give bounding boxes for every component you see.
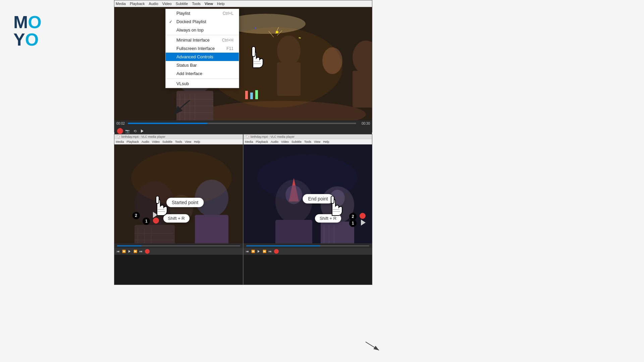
video-area: Playlist Ctrl+L Docked Playlist Always o… [114, 7, 372, 120]
sub-ctrl-back[interactable]: ⏪ [121, 249, 126, 254]
sub-play-icon-r [258, 250, 260, 253]
menu-item-fullscreen-interface[interactable]: Fullscreen Interface F11 [166, 44, 239, 53]
bottom-left-title: 🦙 birthday.mp4 - VLC media player [114, 134, 243, 139]
menu-playback[interactable]: Playback [130, 2, 145, 6]
hand-cursor-svg [242, 43, 264, 70]
sub-menu-subtitle-r[interactable]: Subtitle [291, 140, 302, 143]
menu-help[interactable]: Help [217, 2, 225, 6]
main-menubar: Media Playback Audio Video Subtitle Tool… [114, 0, 372, 7]
sub-menu-video-r[interactable]: Video [281, 140, 289, 143]
bottom-right-menubar: Media Playback Audio Video Subtitle Tool… [244, 139, 372, 144]
sub-ctrl-prev-r[interactable]: ⏮ [245, 249, 250, 254]
sub-menu-video-l[interactable]: Video [152, 140, 160, 143]
menu-item-advanced-controls[interactable]: Advanced Controls [166, 53, 239, 61]
sub-menu-help-l[interactable]: Help [194, 140, 200, 143]
rec-dot-right-2 [360, 213, 366, 219]
sub-menu-playback-r[interactable]: Playback [256, 140, 268, 143]
menu-item-add-interface[interactable]: Add Interface [166, 69, 239, 78]
sub-play-icon [128, 250, 130, 253]
play-frame-button[interactable] [139, 128, 145, 134]
logo-m: M [13, 13, 28, 31]
menu-item-status-bar[interactable]: Status Bar [166, 61, 239, 69]
svg-rect-6 [353, 71, 372, 108]
sub-menu-audio-r[interactable]: Audio [271, 140, 278, 143]
progress-fill [128, 123, 208, 124]
arrow-down-left [163, 99, 197, 119]
started-point-label: Started point [166, 198, 204, 207]
sub-menu-media-r[interactable]: Media [245, 140, 253, 143]
menu-audio[interactable]: Audio [149, 2, 158, 6]
sub-rec-btn[interactable] [145, 249, 150, 254]
bottom-right-track[interactable] [246, 245, 369, 246]
bottom-left-menubar: Media Playback Audio Video Subtitle Tool… [114, 139, 243, 144]
sub-rec-btn-r[interactable] [274, 249, 279, 254]
menu-view[interactable]: View [205, 2, 213, 6]
menu-separator-1 [166, 35, 239, 35]
bottom-left-controls: ⏮ ⏪ ⏩ ⏭ [114, 248, 243, 255]
svg-rect-60 [331, 196, 334, 203]
sub-ctrl-fwd-r[interactable]: ⏩ [262, 249, 267, 254]
menu-item-minimal-interface[interactable]: Minimal Interface Ctrl+H [166, 36, 239, 44]
bottom-left-player: 🦙 birthday.mp4 - VLC media player Media … [114, 134, 243, 285]
bottom-right-title: 🦙 birthday.mp4 - VLC media player [244, 134, 372, 139]
sub-menu-tools-l[interactable]: Tools [175, 140, 182, 143]
bottom-arrow [362, 339, 382, 352]
sub-menu-view-r[interactable]: View [314, 140, 320, 143]
svg-rect-50 [275, 220, 312, 243]
svg-line-64 [366, 342, 379, 350]
sub-menu-media-l[interactable]: Media [116, 140, 124, 143]
sub-ctrl-next[interactable]: ⏭ [139, 249, 143, 254]
play-icon-right [361, 220, 366, 226]
bottom-left-track[interactable] [117, 245, 240, 246]
menu-media[interactable]: Media [116, 2, 126, 6]
hand-cursor-left [150, 196, 169, 219]
progress-track[interactable] [128, 123, 356, 124]
logo-o1: O [28, 13, 41, 31]
bottom-left-scene [114, 144, 243, 243]
logo-o2: O [25, 31, 39, 48]
logo: M O Y O [13, 13, 42, 48]
menu-tools[interactable]: Tools [192, 2, 201, 6]
vlc-icon-right: 🦙 [246, 135, 249, 138]
snapshot-button[interactable]: 📷 [124, 128, 130, 134]
sub-ctrl-back-r[interactable]: ⏪ [251, 249, 255, 254]
sub-ctrl-play[interactable] [127, 249, 132, 254]
sub-menu-audio-l[interactable]: Audio [142, 140, 149, 143]
bottom-left-video: Started point 1 2 Shi [114, 144, 243, 243]
svg-rect-53 [321, 222, 354, 243]
menu-subtitle[interactable]: Subtitle [176, 2, 188, 6]
hand-cursor-left-svg [150, 196, 169, 218]
sub-ctrl-play-r[interactable] [256, 249, 261, 254]
svg-rect-45 [156, 196, 159, 203]
sub-menu-tools-r[interactable]: Tools [304, 140, 311, 143]
menu-item-always-on-top[interactable]: Always on top [166, 26, 239, 34]
vlc-icon-left: 🦙 [116, 135, 120, 138]
sub-ctrl-next-r[interactable]: ⏭ [268, 249, 272, 254]
bottom-section: 🦙 birthday.mp4 - VLC media player Media … [114, 134, 372, 285]
sub-menu-view-l[interactable]: View [185, 140, 191, 143]
menu-item-playlist[interactable]: Playlist Ctrl+L [166, 9, 239, 17]
badge-2-right: 2 [349, 213, 357, 220]
sub-ctrl-fwd[interactable]: ⏩ [133, 249, 138, 254]
bottom-right-fill [246, 245, 320, 246]
svg-rect-35 [135, 225, 175, 243]
menu-item-vlsub[interactable]: VLsub [166, 79, 239, 88]
sub-ctrl-prev[interactable]: ⏮ [116, 249, 120, 254]
bottom-left-title-text: birthday.mp4 - VLC media player [121, 135, 165, 138]
bottom-left-progress [114, 243, 243, 248]
menu-video[interactable]: Video [162, 2, 172, 6]
main-progress-area: 00:02 00:30 [114, 120, 372, 126]
badge-2-left: 2 [132, 212, 140, 219]
svg-rect-42 [195, 215, 228, 243]
loop-button[interactable]: ⟲ [132, 128, 138, 134]
svg-point-44 [131, 151, 232, 205]
sub-menu-subtitle-l[interactable]: Subtitle [162, 140, 172, 143]
play-icon [141, 129, 144, 133]
menu-separator-2 [166, 78, 239, 79]
menu-item-docked-playlist[interactable]: Docked Playlist [166, 17, 239, 26]
sub-menu-help-r[interactable]: Help [323, 140, 329, 143]
record-button[interactable] [117, 128, 123, 134]
time-end: 00:30 [358, 122, 370, 125]
hand-cursor-right [325, 196, 344, 219]
sub-menu-playback-l[interactable]: Playback [127, 140, 139, 143]
